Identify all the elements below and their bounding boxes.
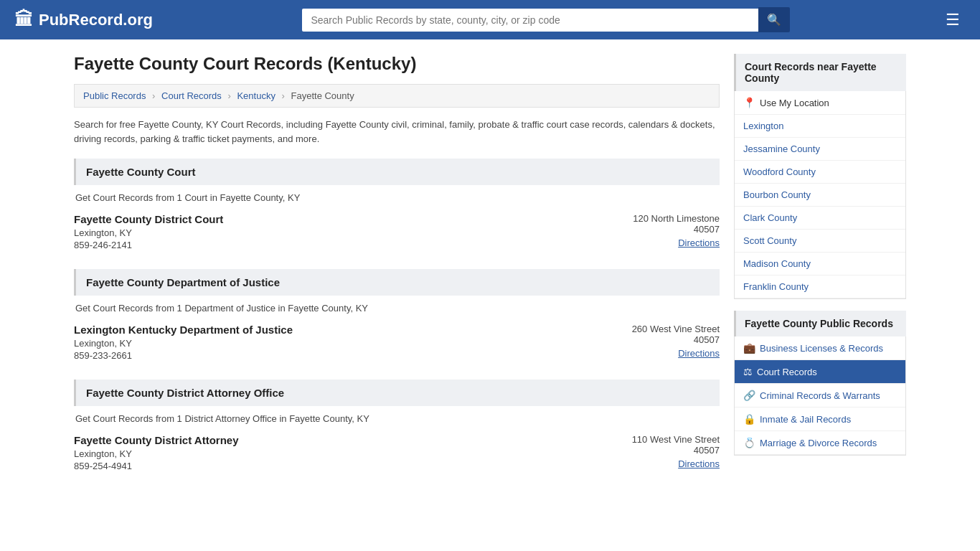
section-sub-court: Get Court Records from 1 Court in Fayett… xyxy=(74,192,720,203)
court-address-doj: 260 West Vine Street 40507 Directions xyxy=(632,324,720,361)
sidebar-item-woodford[interactable]: Woodford County xyxy=(735,161,905,184)
sidebar-item-scott[interactable]: Scott County xyxy=(735,230,905,253)
court-location-da: Lexington, KY xyxy=(74,448,632,459)
sidebar-public-records-list: 💼 Business Licenses & Records ⚖ Court Re… xyxy=(734,336,906,456)
court-entry-da: Fayette County District Attorney Lexingt… xyxy=(74,434,720,471)
page-title: Fayette County Court Records (Kentucky) xyxy=(74,54,720,74)
main-content: Fayette County Court Records (Kentucky) … xyxy=(74,54,720,490)
court-name-doj: Lexington Kentucky Department of Justice xyxy=(74,324,632,336)
sidebar-nearby-title: Court Records near Fayette County xyxy=(734,54,906,91)
court-info-da: Fayette County District Attorney Lexingt… xyxy=(74,434,632,471)
court-info-district: Fayette County District Court Lexington,… xyxy=(74,213,633,250)
breadcrumb-public-records[interactable]: Public Records xyxy=(83,90,146,101)
link-icon: 🔗 xyxy=(743,390,755,401)
sidebar-item-jessamine[interactable]: Jessamine County xyxy=(735,138,905,161)
sidebar-item-court-records[interactable]: ⚖ Court Records xyxy=(735,360,905,384)
site-header: 🏛 PubRecord.org 🔍 ☰ xyxy=(0,0,980,39)
court-street-da: 110 West Vine Street xyxy=(632,434,720,445)
breadcrumb-current: Fayette County xyxy=(291,90,354,101)
court-name-da: Fayette County District Attorney xyxy=(74,434,632,446)
sidebar: Court Records near Fayette County 📍 Use … xyxy=(734,54,906,490)
court-address-district: 120 North Limestone 40507 Directions xyxy=(633,213,720,250)
court-entry-district-court: Fayette County District Court Lexington,… xyxy=(74,213,720,250)
court-entry-doj: Lexington Kentucky Department of Justice… xyxy=(74,324,720,361)
briefcase-icon: 💼 xyxy=(743,342,755,354)
section-sub-da: Get Court Records from 1 District Attorn… xyxy=(74,413,720,424)
use-location-label: Use My Location xyxy=(760,98,829,108)
ring-icon: 💍 xyxy=(743,437,755,448)
sidebar-public-records-title: Fayette County Public Records xyxy=(734,311,906,336)
breadcrumb-sep-1: › xyxy=(152,90,155,101)
main-container: Fayette County Court Records (Kentucky) … xyxy=(60,39,920,504)
search-input[interactable] xyxy=(302,9,758,32)
court-phone-da: 859-254-4941 xyxy=(74,461,632,471)
court-location-doj: Lexington, KY xyxy=(74,338,632,349)
court-location-district: Lexington, KY xyxy=(74,227,633,238)
site-logo[interactable]: 🏛 PubRecord.org xyxy=(14,9,153,31)
location-pin-icon: 📍 xyxy=(743,97,755,108)
sidebar-item-criminal-records[interactable]: 🔗 Criminal Records & Warrants xyxy=(735,384,905,408)
section-header-da: Fayette County District Attorney Office xyxy=(74,380,720,406)
sidebar-item-marriage-records[interactable]: 💍 Marriage & Divorce Records xyxy=(735,431,905,455)
sidebar-item-inmate-records[interactable]: 🔒 Inmate & Jail Records xyxy=(735,408,905,431)
search-bar: 🔍 xyxy=(302,7,790,32)
breadcrumb: Public Records › Court Records › Kentuck… xyxy=(74,84,720,108)
breadcrumb-sep-3: › xyxy=(282,90,285,101)
court-phone-doj: 859-233-2661 xyxy=(74,350,632,361)
court-phone-district: 859-246-2141 xyxy=(74,240,633,250)
search-button[interactable]: 🔍 xyxy=(758,7,790,32)
court-zip-doj: 40507 xyxy=(694,334,720,345)
page-description: Search for free Fayette County, KY Court… xyxy=(74,118,720,146)
breadcrumb-court-records[interactable]: Court Records xyxy=(161,90,222,101)
logo-text: PubRecord.org xyxy=(39,11,153,29)
breadcrumb-kentucky[interactable]: Kentucky xyxy=(237,90,275,101)
sidebar-item-franklin[interactable]: Franklin County xyxy=(735,276,905,298)
directions-link-district[interactable]: Directions xyxy=(633,237,720,248)
court-zip-da: 40507 xyxy=(694,445,720,456)
sidebar-nearby-list: 📍 Use My Location Lexington Jessamine Co… xyxy=(734,91,906,299)
sidebar-item-bourbon[interactable]: Bourbon County xyxy=(735,184,905,207)
sidebar-item-clark[interactable]: Clark County xyxy=(735,207,905,230)
section-header-court: Fayette County Court xyxy=(74,159,720,185)
court-address-da: 110 West Vine Street 40507 Directions xyxy=(632,434,720,471)
logo-icon: 🏛 xyxy=(14,9,33,31)
sidebar-item-use-location[interactable]: 📍 Use My Location xyxy=(735,91,905,115)
section-sub-doj: Get Court Records from 1 Department of J… xyxy=(74,303,720,314)
court-name-district: Fayette County District Court xyxy=(74,213,633,225)
lock-icon: 🔒 xyxy=(743,413,755,425)
sidebar-item-business-licenses[interactable]: 💼 Business Licenses & Records xyxy=(735,336,905,360)
court-zip-district: 40507 xyxy=(694,224,720,235)
court-street-district: 120 North Limestone xyxy=(633,213,720,224)
menu-button[interactable]: ☰ xyxy=(940,8,966,32)
directions-link-doj[interactable]: Directions xyxy=(632,348,720,359)
court-info-doj: Lexington Kentucky Department of Justice… xyxy=(74,324,632,361)
sidebar-item-lexington[interactable]: Lexington xyxy=(735,115,905,138)
court-street-doj: 260 West Vine Street xyxy=(632,324,720,334)
breadcrumb-sep-2: › xyxy=(227,90,230,101)
scales-icon: ⚖ xyxy=(743,366,753,377)
section-header-doj: Fayette County Department of Justice xyxy=(74,269,720,296)
sidebar-item-madison[interactable]: Madison County xyxy=(735,253,905,276)
directions-link-da[interactable]: Directions xyxy=(632,458,720,469)
